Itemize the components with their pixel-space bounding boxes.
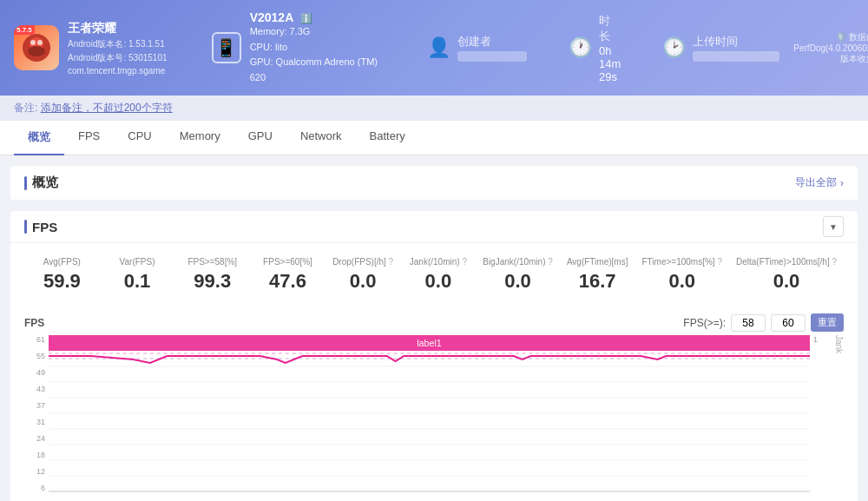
chart-label: FPS xyxy=(24,317,44,329)
jank-label-top: 1 xyxy=(813,335,834,344)
device-name: V2012A ℹ️ xyxy=(250,10,385,24)
app-meta: 王者荣耀 Android版本名: 1.53.1.51 Android版本号: 5… xyxy=(68,21,168,76)
stat-avg-fps-label: Avg(FPS) xyxy=(31,257,93,267)
tab-cpu[interactable]: CPU xyxy=(114,121,165,155)
stat-delta: Delta(FTime)>100ms[/h] ? 0.0 xyxy=(729,254,844,296)
stat-avgftime-label: Avg(FTime)[ms] xyxy=(567,257,628,267)
device-gpu: GPU: Qualcomm Adreno (TM) 620 xyxy=(250,55,385,85)
upload-value xyxy=(693,51,779,62)
tab-memory[interactable]: Memory xyxy=(166,121,234,155)
y-label: 12 xyxy=(24,467,45,476)
device-memory: Memory: 7.3G xyxy=(250,24,385,40)
creator-value xyxy=(457,51,527,62)
fps-title: FPS xyxy=(24,220,57,234)
fps-stats-row: Avg(FPS) 59.9 Var(FPS) 0.1 FPS>=58[%] 99… xyxy=(10,243,858,307)
stat-fps60-label: FPS>=60[%] xyxy=(257,257,319,267)
tab-battery[interactable]: Battery xyxy=(356,121,419,155)
device-cpu: CPU: lito xyxy=(250,40,385,56)
android-version-code: Android版本号: 53015101 xyxy=(68,52,168,64)
upload-info: 上传时间 xyxy=(693,34,779,62)
stat-drop: Drop(FPS)[/h] ? 0.0 xyxy=(326,254,401,296)
android-version-name: Android版本名: 1.53.1.51 xyxy=(68,38,168,50)
phone-icon: 📱 xyxy=(212,32,241,63)
stat-avg-fps-value: 59.9 xyxy=(31,270,93,293)
delta-info-icon[interactable]: ? xyxy=(832,257,837,267)
data-source: 🛡️ 数据由PerfDog(4.0.200602)版本收集 xyxy=(793,31,868,65)
upload-label: 上传时间 xyxy=(693,34,779,49)
y-label: 6 xyxy=(24,484,45,492)
stat-avg-fps: Avg(FPS) 59.9 xyxy=(24,254,100,296)
chart-wrapper: 61 55 49 43 37 31 24 18 12 6 0 xyxy=(24,335,844,501)
note-bar: 备注: 添加备注，不超过200个字符 xyxy=(0,96,868,121)
y-label: 61 xyxy=(24,335,45,344)
creator-icon: 👤 xyxy=(427,36,450,59)
tab-network[interactable]: Network xyxy=(286,121,356,155)
stat-delta-label: Delta(FTime)>100ms[/h] ? xyxy=(736,257,837,267)
stat-bigjank-value: 0.0 xyxy=(483,270,553,293)
fps-svg: label1 xyxy=(49,335,810,501)
fps-chart-area: FPS FPS(>=): 重置 61 55 49 43 37 31 xyxy=(10,307,858,501)
y-label: 18 xyxy=(24,451,45,459)
export-button[interactable]: 导出全部 › xyxy=(795,175,844,190)
creator-info: 创建者 xyxy=(457,34,527,62)
stat-drop-label: Drop(FPS)[/h] ? xyxy=(332,257,394,267)
svg-text:label1: label1 xyxy=(417,338,442,348)
app-info-section: 5.7.5 王者荣耀 Android版本名: 1.53.1.51 Android… xyxy=(14,21,170,76)
tab-fps[interactable]: FPS xyxy=(64,121,114,155)
y-label: 31 xyxy=(24,418,45,426)
stat-fps58: FPS>=58[%] 99.3 xyxy=(174,254,250,296)
y-label: 24 xyxy=(24,434,45,443)
stat-ftime100-value: 0.0 xyxy=(642,270,722,293)
fps-threshold-input-1[interactable] xyxy=(731,314,766,332)
stat-var-fps-label: Var(FPS) xyxy=(107,257,168,267)
creator-section: 👤 创建者 xyxy=(427,34,527,62)
y-label: 55 xyxy=(24,352,45,360)
tab-overview[interactable]: 概览 xyxy=(14,121,64,155)
stat-jank-value: 0.0 xyxy=(408,270,470,293)
info-icon: ℹ️ xyxy=(300,13,312,23)
svg-point-3 xyxy=(30,40,36,45)
duration-value: 0h 14m 29s xyxy=(599,44,621,83)
fps-threshold-input-2[interactable] xyxy=(771,314,806,332)
note-link[interactable]: 添加备注，不超过200个字符 xyxy=(41,102,173,114)
stat-avgftime: Avg(FTime)[ms] 16.7 xyxy=(560,254,635,296)
stat-avgftime-value: 16.7 xyxy=(567,270,628,293)
stat-ftime100-label: FTime>=100ms[%] ? xyxy=(642,257,722,267)
stat-jank-label: Jank(/10min) ? xyxy=(408,257,470,267)
drop-info-icon[interactable]: ? xyxy=(389,257,394,267)
stat-delta-value: 0.0 xyxy=(736,270,837,293)
fps-section: FPS ▼ Avg(FPS) 59.9 Var(FPS) 0.1 FPS>=58… xyxy=(10,211,858,501)
fps-threshold-label: FPS(>=): xyxy=(683,317,726,329)
export-arrow-icon: › xyxy=(840,177,844,189)
reset-button[interactable]: 重置 xyxy=(811,313,844,332)
device-info: V2012A ℹ️ Memory: 7.3G CPU: lito GPU: Qu… xyxy=(250,10,385,85)
app-name: 王者荣耀 xyxy=(68,21,168,36)
package-name: com.tencent.tmgp.sgame xyxy=(68,66,168,76)
fps-collapse-button[interactable]: ▼ xyxy=(823,216,844,237)
svg-point-2 xyxy=(28,46,45,56)
stat-var-fps: Var(FPS) 0.1 xyxy=(100,254,175,296)
ftime100-info-icon[interactable]: ? xyxy=(717,257,722,267)
duration-section: 🕐 时长 0h 14m 29s xyxy=(569,13,621,83)
overview-title: 概览 xyxy=(24,175,58,191)
stat-bigjank: BigJank(/10min) ? 0.0 xyxy=(476,254,560,296)
jank-info-icon[interactable]: ? xyxy=(462,257,467,267)
duration-label: 时长 xyxy=(599,13,621,44)
jank-axis: 1 0 xyxy=(810,335,834,501)
y-axis: 61 55 49 43 37 31 24 18 12 6 0 xyxy=(24,335,49,501)
chart-header: FPS FPS(>=): 重置 xyxy=(24,313,844,332)
stat-drop-value: 0.0 xyxy=(332,270,394,293)
overview-header: 概览 导出全部 › xyxy=(10,166,858,201)
bigjank-info-icon[interactable]: ? xyxy=(548,257,553,267)
tab-gpu[interactable]: GPU xyxy=(234,121,286,155)
note-prefix: 备注: xyxy=(14,102,37,114)
stat-bigjank-label: BigJank(/10min) ? xyxy=(483,257,553,267)
upload-icon: 🕑 xyxy=(662,36,686,59)
stat-ftime100: FTime>=100ms[%] ? 0.0 xyxy=(635,254,729,296)
stat-fps58-label: FPS>=58[%] xyxy=(181,257,243,267)
header: 5.7.5 王者荣耀 Android版本名: 1.53.1.51 Android… xyxy=(0,0,868,96)
device-name-text: V2012A xyxy=(250,10,293,24)
upload-section: 🕑 上传时间 xyxy=(662,34,779,62)
y-label: 43 xyxy=(24,385,45,393)
fps-threshold-controls: FPS(>=): 重置 xyxy=(683,313,844,332)
